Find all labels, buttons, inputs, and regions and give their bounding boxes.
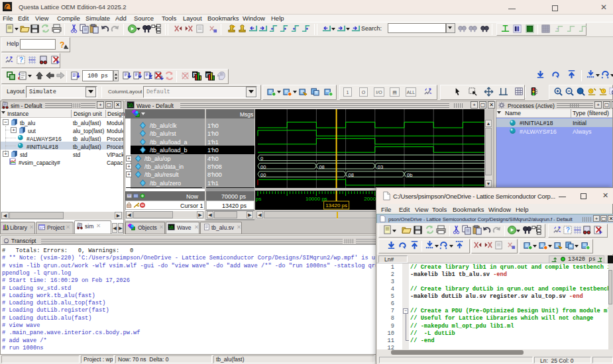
svg-text:03: 03 xyxy=(378,164,383,170)
svg-text:0 ps: 0 ps xyxy=(255,196,262,202)
svg-text:00: 00 xyxy=(260,164,266,170)
svg-text:0: 0 xyxy=(260,156,263,161)
svg-text:00: 00 xyxy=(260,172,266,178)
svg-text:?: ? xyxy=(19,56,23,64)
svg-text:08: 08 xyxy=(349,172,354,178)
svg-text:13420 ps: 13420 ps xyxy=(325,203,347,208)
svg-text:0b: 0b xyxy=(407,172,412,178)
svg-text:?: ? xyxy=(60,40,64,50)
svg-text:?: ? xyxy=(566,226,570,234)
svg-text:08: 08 xyxy=(319,164,324,170)
